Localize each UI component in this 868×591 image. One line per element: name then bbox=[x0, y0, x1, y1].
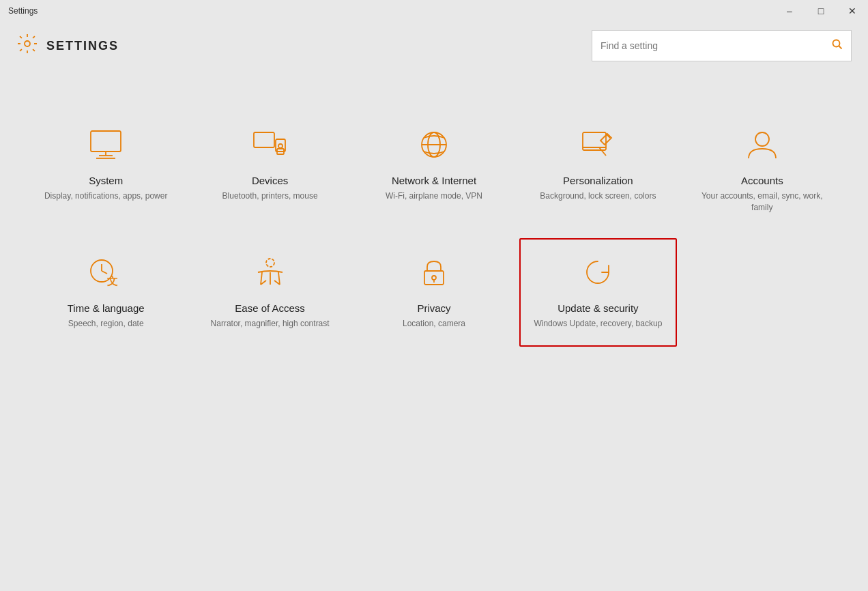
settings-logo-icon bbox=[16, 33, 38, 59]
svg-point-25 bbox=[432, 276, 436, 280]
svg-line-16 bbox=[599, 147, 606, 156]
minimize-button[interactable]: – bbox=[774, 0, 805, 22]
personalization-title: Personalization bbox=[563, 175, 633, 186]
settings-item-network[interactable]: Network & Internet Wi-Fi, airplane mode,… bbox=[356, 111, 512, 231]
settings-grid: System Display, notifications, apps, pow… bbox=[27, 111, 841, 347]
settings-item-update[interactable]: Update & security Windows Update, recove… bbox=[519, 238, 676, 347]
title-bar-text: Settings bbox=[8, 6, 38, 16]
time-desc: Speech, region, date bbox=[68, 318, 144, 330]
update-desc: Windows Update, recovery, backup bbox=[534, 318, 662, 330]
settings-item-time[interactable]: 文 Time & language Speech, region, date bbox=[27, 238, 184, 347]
title-bar-controls: – □ ✕ bbox=[774, 0, 868, 22]
search-icon bbox=[832, 39, 843, 53]
ease-desc: Narrator, magnifier, high contrast bbox=[211, 318, 330, 330]
settings-item-privacy[interactable]: Privacy Location, camera bbox=[356, 238, 512, 347]
main-content: System Display, notifications, apps, pow… bbox=[0, 70, 868, 360]
devices-desc: Bluetooth, printers, mouse bbox=[222, 190, 318, 202]
svg-point-0 bbox=[25, 41, 30, 46]
network-icon bbox=[415, 126, 453, 164]
close-button[interactable]: ✕ bbox=[837, 0, 868, 22]
search-box[interactable] bbox=[592, 30, 852, 61]
privacy-desc: Location, camera bbox=[403, 318, 465, 330]
system-title: System bbox=[89, 175, 123, 186]
time-title: Time & language bbox=[68, 302, 145, 314]
system-desc: Display, notifications, apps, power bbox=[44, 190, 168, 202]
update-icon bbox=[579, 253, 617, 291]
svg-point-23 bbox=[266, 259, 274, 267]
ease-icon bbox=[251, 253, 289, 291]
svg-line-2 bbox=[839, 46, 842, 49]
privacy-title: Privacy bbox=[417, 302, 450, 314]
settings-item-accounts[interactable]: Accounts Your accounts, email, sync, wor… bbox=[684, 111, 841, 231]
network-title: Network & Internet bbox=[392, 175, 476, 186]
search-input[interactable] bbox=[601, 40, 832, 51]
svg-rect-7 bbox=[254, 132, 274, 147]
personalization-icon bbox=[579, 126, 617, 164]
accounts-desc: Your accounts, email, sync, work, family bbox=[692, 190, 833, 214]
header-title: SETTINGS bbox=[46, 39, 119, 53]
privacy-icon bbox=[415, 253, 453, 291]
svg-line-21 bbox=[102, 271, 107, 274]
title-bar: Settings – □ ✕ bbox=[0, 0, 868, 22]
ease-title: Ease of Access bbox=[235, 302, 305, 314]
settings-item-ease[interactable]: Ease of Access Narrator, magnifier, high… bbox=[191, 238, 348, 347]
devices-icon bbox=[251, 126, 289, 164]
time-icon: 文 bbox=[87, 253, 125, 291]
svg-point-10 bbox=[278, 144, 283, 148]
svg-text:文: 文 bbox=[107, 275, 118, 287]
header-logo: SETTINGS bbox=[16, 33, 119, 59]
svg-point-18 bbox=[755, 132, 769, 146]
settings-item-personalization[interactable]: Personalization Background, lock screen,… bbox=[519, 111, 676, 231]
settings-item-system[interactable]: System Display, notifications, apps, pow… bbox=[27, 111, 184, 231]
accounts-title: Accounts bbox=[741, 175, 783, 186]
network-desc: Wi-Fi, airplane mode, VPN bbox=[386, 190, 482, 202]
maximize-button[interactable]: □ bbox=[805, 0, 837, 22]
system-icon bbox=[87, 126, 125, 164]
update-title: Update & security bbox=[558, 302, 638, 314]
settings-item-devices[interactable]: Devices Bluetooth, printers, mouse bbox=[191, 111, 348, 231]
svg-rect-3 bbox=[91, 131, 121, 152]
devices-title: Devices bbox=[252, 175, 288, 186]
accounts-icon bbox=[743, 126, 781, 164]
header: SETTINGS bbox=[0, 22, 868, 70]
svg-point-1 bbox=[833, 40, 840, 47]
personalization-desc: Background, lock screen, colors bbox=[540, 190, 656, 202]
